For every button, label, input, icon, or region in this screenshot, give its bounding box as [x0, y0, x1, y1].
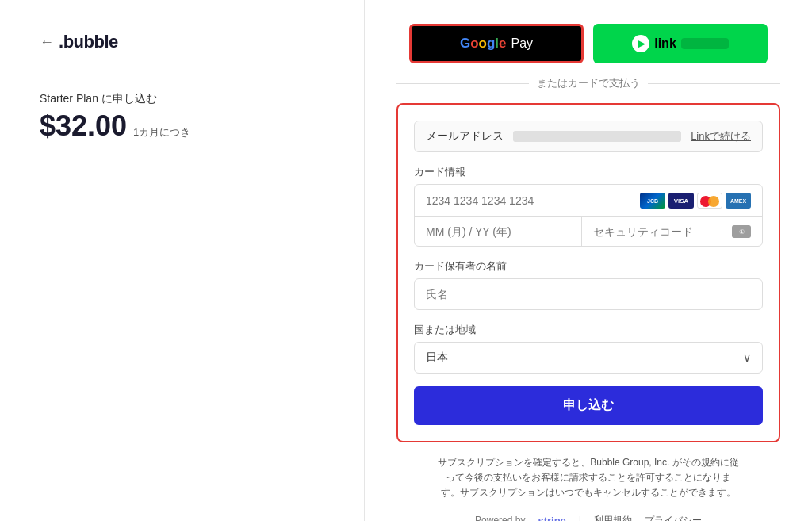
privacy-link[interactable]: プライバシー [645, 514, 702, 521]
plan-label: Starter Plan に申し込む [40, 92, 324, 106]
email-row: メールアドレス Linkで続ける [414, 121, 763, 152]
payment-form: メールアドレス Linkで続ける カード情報 JCB VISA [396, 103, 780, 442]
link-continue-button[interactable]: Linkで続ける [691, 129, 751, 144]
cvc-input[interactable] [593, 225, 732, 238]
name-input[interactable] [426, 288, 751, 301]
name-section-label: カード保有者の名前 [414, 259, 763, 274]
footer-notice: サブスクリプションを確定すると、Bubble Group, Inc. がその規約… [438, 455, 739, 501]
terms-link[interactable]: 利用規約 [594, 514, 632, 521]
price-area: $32.00 1カ月につき [40, 109, 324, 143]
google-g-icon: Google [460, 36, 507, 52]
payment-buttons: Google Pay ▶ link [396, 24, 780, 63]
card-expiry-cvc-row: ① [415, 217, 762, 246]
link-pay-button[interactable]: ▶ link [593, 24, 768, 63]
email-label: メールアドレス [426, 129, 504, 144]
price-period: 1カ月につき [133, 125, 190, 140]
amex-icon: AMEX [726, 193, 751, 209]
email-blurred-value [513, 131, 681, 142]
cvc-icon: ① [732, 225, 751, 238]
back-arrow-icon[interactable]: ← [40, 34, 54, 51]
country-section: 国または地域 日本 ∨ [414, 323, 763, 374]
powered-row: Powered by stripe | 利用規約 プライバシー [475, 514, 702, 521]
divider: またはカードで支払う [396, 76, 780, 90]
left-panel: ← .bubble Starter Plan に申し込む $32.00 1カ月に… [0, 0, 365, 521]
chevron-down-icon: ∨ [743, 351, 751, 364]
link-email-blurred [681, 38, 729, 49]
divider-line-right [648, 83, 780, 84]
name-input-box [414, 278, 763, 310]
expiry-input[interactable] [415, 217, 582, 246]
logo-area: ← .bubble [40, 32, 324, 52]
price: $32.00 [40, 109, 127, 143]
card-number-row: JCB VISA AMEX [415, 185, 762, 217]
logo: .bubble [59, 32, 118, 52]
card-section-label: カード情報 [414, 165, 763, 179]
card-number-input[interactable] [426, 194, 632, 207]
jcb-icon: JCB [640, 193, 665, 209]
right-panel: Google Pay ▶ link またはカードで支払う メールアドレス Lin… [365, 0, 812, 521]
gpay-pay-label: Pay [511, 36, 534, 51]
country-section-label: 国または地域 [414, 323, 763, 337]
link-label: link [654, 36, 676, 51]
google-pay-button[interactable]: Google Pay [409, 24, 584, 63]
country-select[interactable]: 日本 ∨ [414, 342, 763, 374]
stripe-logo: stripe [538, 515, 565, 521]
link-icon: ▶ [632, 35, 649, 52]
visa-icon: VISA [668, 193, 694, 209]
submit-button[interactable]: 申し込む [414, 386, 763, 425]
card-inputs-box: JCB VISA AMEX ① [414, 184, 763, 247]
powered-by-text: Powered by [475, 515, 525, 521]
country-value: 日本 [426, 351, 448, 365]
card-section: カード情報 JCB VISA AMEX [414, 165, 763, 247]
cvc-row: ① [582, 217, 762, 246]
divider-line-left [396, 83, 529, 84]
mastercard-icon [697, 193, 722, 209]
card-icons: JCB VISA AMEX [640, 193, 751, 209]
name-section: カード保有者の名前 [414, 259, 763, 310]
divider-text: またはカードで支払う [537, 76, 640, 90]
